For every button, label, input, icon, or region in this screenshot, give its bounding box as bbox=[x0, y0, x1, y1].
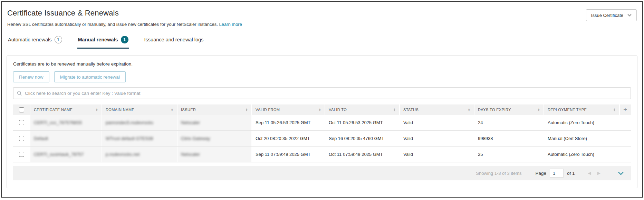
column-header-issuer[interactable]: ISSUER ▲▼ bbox=[177, 104, 251, 115]
deployment-type-cell: Manual (Cert Store) bbox=[544, 131, 619, 146]
column-label: VALID FROM bbox=[256, 108, 280, 112]
chevron-down-icon bbox=[627, 14, 632, 17]
column-label: DAYS TO EXPIRY bbox=[478, 108, 511, 112]
sort-icon[interactable]: ▲▼ bbox=[613, 108, 616, 111]
tab-manual-renewals[interactable]: Manual renewals 1 bbox=[77, 34, 129, 48]
sort-icon[interactable]: ▲▼ bbox=[96, 108, 98, 111]
sort-icon[interactable]: ▲▼ bbox=[319, 108, 321, 111]
count-badge: 1 bbox=[121, 36, 128, 43]
row-checkbox[interactable] bbox=[19, 136, 24, 141]
page-number-input[interactable] bbox=[550, 169, 564, 178]
column-label: DEPLOYMENT TYPE bbox=[548, 108, 587, 112]
domain-name-cell: WTrust default GTES38 bbox=[102, 131, 177, 146]
row-spacer-cell bbox=[620, 147, 631, 162]
valid-to-cell: Sep 16 08:20:35 4760 GMT bbox=[325, 131, 399, 146]
previous-page-icon[interactable]: ◀ bbox=[588, 171, 591, 176]
column-header-status[interactable]: STATUS ▲▼ bbox=[400, 104, 474, 115]
row-spacer-cell bbox=[620, 115, 631, 130]
row-select-cell bbox=[13, 115, 30, 130]
issuer-cell: Netscaler bbox=[177, 115, 251, 130]
valid-from-cell: Sep 11 07:59:49 2025 GMT bbox=[252, 147, 325, 162]
row-checkbox[interactable] bbox=[19, 120, 24, 125]
column-header-deployment-type[interactable]: DEPLOYMENT TYPE ▲▼ bbox=[544, 104, 619, 115]
collapse-table-chevron-icon[interactable] bbox=[618, 171, 624, 175]
valid-from-cell: Sep 11 05:26:53 2025 GMT bbox=[252, 115, 325, 130]
sort-icon[interactable]: ▲▼ bbox=[393, 108, 396, 111]
status-cell: Valid bbox=[400, 115, 474, 130]
row-spacer-cell bbox=[620, 131, 631, 146]
days-to-expiry-cell: 25 bbox=[474, 147, 544, 162]
issue-certificate-button[interactable]: Issue Certificate bbox=[586, 9, 637, 21]
count-badge: 1 bbox=[55, 36, 62, 43]
migrate-to-automatic-renewal-button[interactable]: Migrate to automatic renewal bbox=[54, 71, 126, 82]
deployment-type-cell: Automatic (Zero Touch) bbox=[544, 147, 619, 162]
manual-renewals-panel: Certificates are to be renewed manually … bbox=[7, 56, 637, 188]
column-header-certificate-name[interactable]: CERTIFICATE NAME ▲▼ bbox=[30, 104, 102, 115]
add-column-cell: + bbox=[620, 104, 631, 115]
column-label: VALID TO bbox=[329, 108, 347, 112]
pagination-arrows: ◀ ▶ bbox=[588, 171, 600, 176]
tab-bar: Automatic renewals 1 Manual renewals 1 I… bbox=[7, 34, 637, 48]
row-checkbox[interactable] bbox=[19, 152, 24, 157]
page-header: Certificate Issuance & Renewals Renew SS… bbox=[2, 2, 642, 27]
pagination-bar: Showing 1-3 of 3 items Page of 1 ◀ ▶ bbox=[13, 166, 631, 180]
certificate-name-cell: CERTI_ccc_7875768S5 bbox=[30, 115, 102, 130]
status-cell: Valid bbox=[400, 131, 474, 146]
search-icon bbox=[17, 91, 22, 96]
domain-name-cell: p.nsdevrocks.net bbox=[102, 147, 177, 162]
column-header-days-to-expiry[interactable]: DAYS TO EXPIRY ▲▼ bbox=[474, 104, 544, 115]
app-window: Certificate Issuance & Renewals Renew SS… bbox=[1, 1, 643, 198]
issue-certificate-label: Issue Certificate bbox=[591, 13, 623, 18]
page-label: Page bbox=[535, 171, 546, 176]
page-controls: Page of 1 bbox=[535, 169, 575, 178]
domain-name-cell: panrondec5.nsdevrocks bbox=[102, 115, 177, 130]
search-bar[interactable] bbox=[13, 87, 631, 99]
search-input[interactable] bbox=[25, 91, 627, 96]
valid-to-cell: Oct 11 05:26:53 2025 GMT bbox=[325, 115, 399, 130]
tab-label: Manual renewals bbox=[78, 37, 118, 42]
tab-label: Automatic renewals bbox=[8, 37, 52, 42]
issuer-cell: Citrix Gateway bbox=[177, 131, 251, 146]
deployment-type-cell: Automatic (Zero Touch) bbox=[544, 115, 619, 130]
valid-from-cell: Oct 20 08:20:35 2022 GMT bbox=[252, 131, 325, 146]
learn-more-link[interactable]: Learn more bbox=[219, 22, 242, 27]
select-all-checkbox[interactable] bbox=[19, 107, 24, 112]
tab-automatic-renewals[interactable]: Automatic renewals 1 bbox=[7, 34, 63, 48]
sort-icon[interactable]: ▲▼ bbox=[246, 108, 248, 111]
showing-items-text: Showing 1-3 of 3 items bbox=[476, 171, 521, 176]
tab-label: Issuance and renewal logs bbox=[144, 37, 204, 42]
days-to-expiry-cell: 998938 bbox=[474, 131, 544, 146]
issuer-cell: Netscaler bbox=[177, 147, 251, 162]
sort-icon[interactable]: ▲▼ bbox=[468, 108, 470, 111]
table-body: CERTI_ccc_7875768S5 panrondec5.nsdevrock… bbox=[13, 115, 631, 162]
column-label: STATUS bbox=[403, 108, 419, 112]
page-subtitle-text: Renew SSL certificates automatically or … bbox=[7, 22, 218, 27]
days-to-expiry-cell: 24 bbox=[474, 115, 544, 130]
page-subtitle: Renew SSL certificates automatically or … bbox=[7, 22, 637, 27]
add-column-icon[interactable]: + bbox=[623, 106, 627, 113]
column-label: ISSUER bbox=[181, 108, 196, 112]
panel-info-text: Certificates are to be renewed manually … bbox=[13, 61, 631, 67]
column-header-valid-from[interactable]: VALID FROM ▲▼ bbox=[252, 104, 325, 115]
column-label: CERTIFICATE NAME bbox=[34, 108, 73, 112]
action-row: Renew now Migrate to automatic renewal bbox=[13, 71, 631, 82]
certificate-name-cell: Default bbox=[30, 131, 102, 146]
table-row[interactable]: Default WTrust default GTES38 Citrix Gat… bbox=[13, 131, 631, 147]
column-label: DOMAIN NAME bbox=[106, 108, 134, 112]
table-row[interactable]: CERTI_susintauk_78757 p.nsdevrocks.net N… bbox=[13, 147, 631, 162]
select-all-cell bbox=[13, 104, 30, 115]
column-header-valid-to[interactable]: VALID TO ▲▼ bbox=[325, 104, 399, 115]
tab-issuance-renewal-logs[interactable]: Issuance and renewal logs bbox=[144, 34, 204, 48]
row-select-cell bbox=[13, 147, 30, 162]
next-page-icon[interactable]: ▶ bbox=[597, 171, 600, 176]
column-header-domain-name[interactable]: DOMAIN NAME ▲▼ bbox=[102, 104, 177, 115]
table-row[interactable]: CERTI_ccc_7875768S5 panrondec5.nsdevrock… bbox=[13, 115, 631, 131]
certificate-name-cell: CERTI_susintauk_78757 bbox=[30, 147, 102, 162]
valid-to-cell: Oct 11 07:59:49 2025 GMT bbox=[325, 147, 399, 162]
page-title: Certificate Issuance & Renewals bbox=[7, 9, 637, 18]
row-select-cell bbox=[13, 131, 30, 146]
status-cell: Valid bbox=[400, 147, 474, 162]
sort-icon[interactable]: ▲▼ bbox=[538, 108, 540, 111]
sort-icon[interactable]: ▲▼ bbox=[171, 108, 173, 111]
renew-now-button[interactable]: Renew now bbox=[13, 71, 49, 82]
